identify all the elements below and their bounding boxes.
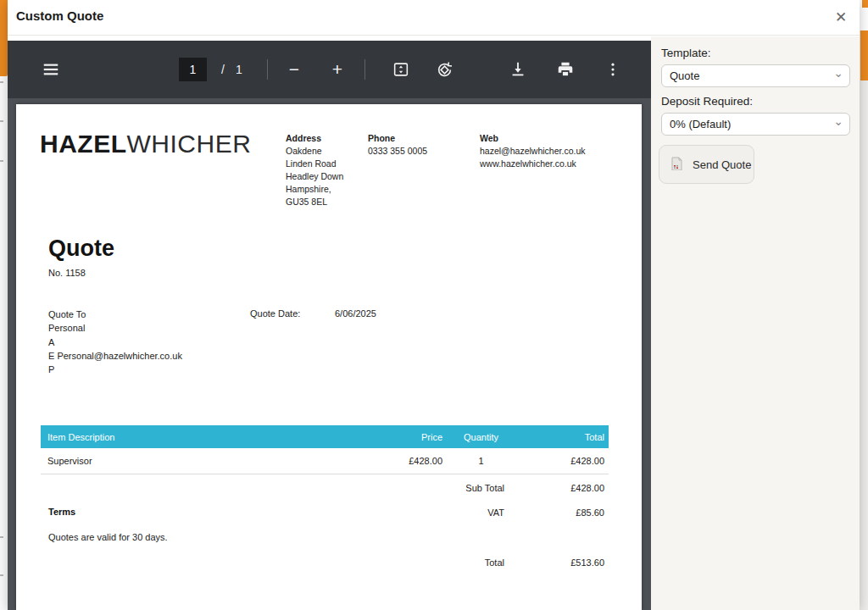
address-line: Hampshire, (286, 183, 343, 196)
background-fragment (0, 81, 3, 83)
total-row: Total £513.60 (41, 557, 609, 568)
close-icon[interactable]: ✕ (831, 8, 851, 28)
web-column: Web hazel@hazelwhicher.co.uk www.hazelwh… (480, 132, 585, 170)
header-quantity: Quantity (442, 432, 520, 442)
zoom-out-icon[interactable]: − (282, 41, 306, 98)
background-orange-fragment (860, 30, 868, 80)
header-price: Price (375, 432, 442, 442)
chevron-down-icon: ⌄ (833, 66, 843, 80)
dialog-titlebar: Custom Quote ✕ (8, 0, 860, 36)
fit-to-page-icon[interactable] (389, 41, 413, 98)
toolbar-divider (267, 59, 268, 80)
header-item-description: Item Description (41, 432, 375, 442)
company-logo: HAZELWHICHER (40, 130, 251, 158)
print-icon[interactable] (554, 41, 577, 98)
terms-text: Quotes are valid for 30 days. (48, 532, 168, 542)
background-fragment (0, 160, 3, 162)
web-heading: Web (480, 132, 585, 145)
template-select[interactable]: Quote ⌄ (661, 64, 850, 87)
pdf-toolbar: 1 / 1 − + (8, 41, 651, 98)
cell-quantity: 1 (442, 456, 520, 466)
background-page-right-sliver (860, 0, 868, 610)
cell-price: £428.00 (375, 456, 442, 466)
menu-icon[interactable] (38, 41, 64, 98)
page-divider-label: / (214, 41, 231, 98)
address-line: Linden Road (286, 158, 343, 170)
web-line: www.hazelwhicher.co.uk (480, 158, 585, 170)
quote-to-line: P (48, 363, 182, 376)
send-quote-button[interactable]: Send Quote (659, 145, 754, 184)
logo-bold-text: HAZEL (40, 130, 127, 158)
quote-date-label: Quote Date: (250, 308, 300, 319)
background-orange-fragment (862, 0, 868, 8)
items-table: Item Description Price Quantity Total Su… (41, 425, 609, 474)
background-page-left-sliver (0, 0, 8, 610)
dialog-title: Custom Quote (16, 8, 103, 23)
background-fragment (0, 120, 3, 122)
terms-heading: Terms (48, 507, 75, 517)
deposit-selected-value: 0% (Default) (670, 118, 731, 130)
quote-date-value: 6/06/2025 (335, 308, 376, 319)
send-quote-label: Send Quote (693, 158, 751, 171)
deposit-required-label: Deposit Required: (661, 95, 753, 108)
subtotal-label: Sub Total (41, 483, 504, 493)
template-selected-value: Quote (670, 69, 699, 82)
chevron-down-icon: ⌄ (833, 114, 843, 128)
address-heading: Address (286, 132, 343, 145)
deposit-required-select[interactable]: 0% (Default) ⌄ (661, 113, 850, 136)
zoom-in-icon[interactable]: + (326, 41, 349, 98)
quote-to-line: Personal (48, 321, 182, 335)
total-value: £513.60 (504, 557, 609, 568)
quote-number: No. 1158 (48, 268, 86, 278)
pdf-viewer-canvas[interactable]: HAZELWHICHER Address Oakdene Linden Road… (8, 98, 651, 610)
quote-to-line: A (48, 336, 182, 349)
subtotal-row: Sub Total £428.00 (41, 483, 609, 493)
vat-value: £85.60 (504, 507, 609, 518)
vat-row: VAT £85.60 (41, 507, 609, 518)
page-total-label: 1 (233, 41, 245, 98)
page-number-input[interactable]: 1 (179, 58, 207, 81)
background-orange-tab (0, 0, 8, 76)
quote-to-line: E Personal@hazelwhicher.co.uk (48, 349, 182, 363)
quote-to-block: Quote To Personal A E Personal@hazelwhic… (48, 308, 182, 376)
pdf-viewer: 1 / 1 − + (8, 36, 651, 610)
download-icon[interactable] (506, 41, 530, 98)
phone-column: Phone 0333 355 0005 (368, 132, 427, 158)
background-fragment (0, 536, 3, 538)
custom-quote-dialog: Custom Quote ✕ 1 / 1 − + (8, 0, 860, 610)
toolbar-divider (364, 59, 365, 80)
cell-description: Supervisor (41, 456, 375, 466)
options-sidebar: Template: Quote ⌄ Deposit Required: 0% (… (651, 36, 860, 610)
header-total: Total (520, 432, 609, 442)
address-line: Headley Down (286, 170, 343, 183)
document-title: Quote (48, 236, 114, 262)
phone-heading: Phone (368, 132, 427, 145)
dialog-content: 1 / 1 − + (8, 36, 860, 610)
more-options-icon[interactable] (601, 41, 625, 98)
quote-document-page: HAZELWHICHER Address Oakdene Linden Road… (16, 104, 642, 610)
quote-document-icon (670, 157, 683, 173)
subtotal-value: £428.00 (504, 483, 609, 493)
vat-label: VAT (41, 507, 504, 518)
address-line: Oakdene (286, 145, 343, 158)
rotate-icon[interactable] (432, 41, 456, 98)
address-line: GU35 8EL (286, 196, 343, 208)
table-row: Supervisor £428.00 1 £428.00 (41, 448, 609, 474)
address-column: Address Oakdene Linden Road Headley Down… (286, 132, 343, 208)
phone-line: 0333 355 0005 (368, 145, 427, 158)
total-label: Total (41, 557, 504, 568)
quote-to-line: Quote To (48, 308, 182, 321)
template-label: Template: (661, 47, 711, 59)
background-fragment (0, 574, 3, 576)
logo-light-text: WHICHER (127, 130, 252, 158)
table-header-row: Item Description Price Quantity Total (41, 425, 609, 448)
cell-total: £428.00 (520, 456, 609, 466)
web-line: hazel@hazelwhicher.co.uk (480, 145, 585, 158)
